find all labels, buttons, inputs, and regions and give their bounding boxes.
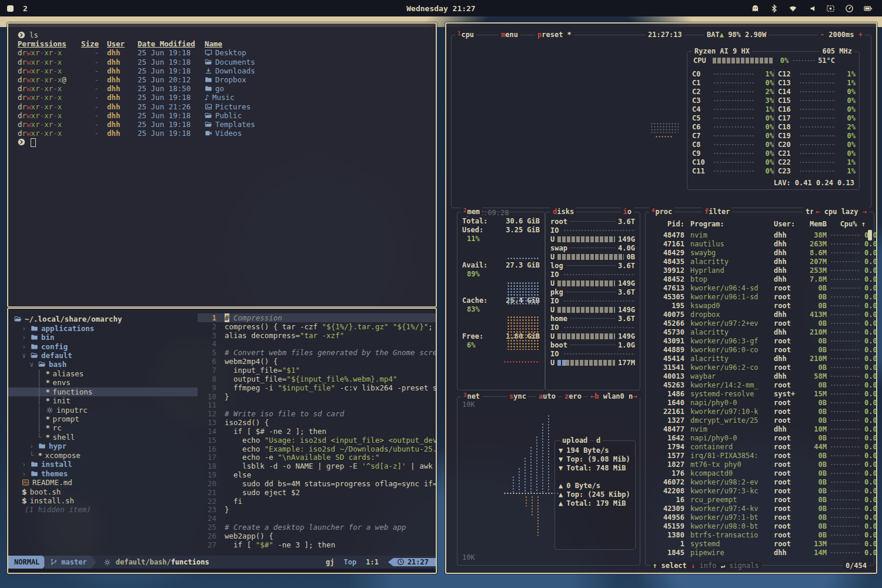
process-row[interactable]: 39912 Hyprland dhh 253M 0.0 — [650, 266, 866, 275]
process-row[interactable]: 40075 dropbox dhh 413M 0.0 — [650, 310, 866, 319]
code-line[interactable]: 19 else — [198, 470, 436, 479]
process-row[interactable]: 1486 systemd-resolve syst+ 15M 0.0 — [650, 389, 866, 398]
proc-scrollbar[interactable] — [868, 230, 872, 240]
disks-panel-title[interactable]: disks — [550, 208, 576, 216]
terminal-window[interactable]: ls Permissions Size User Date Modified N… — [7, 22, 437, 308]
code-line[interactable]: 11 — [198, 400, 436, 409]
code-line[interactable]: 16 echo "Example: iso2sd ~/Downloads/ubu… — [198, 445, 436, 453]
process-row[interactable]: 1577 irq/81-PIXA3854: root 0B 0.0 — [650, 451, 866, 460]
tree-item[interactable]: │ inputrc — [8, 405, 198, 414]
code-line[interactable]: 15 echo "Usage: iso2sd <input_file> <out… — [198, 436, 436, 445]
disks-io-toggle[interactable]: io — [621, 208, 634, 216]
code-line[interactable]: 10 } — [198, 392, 436, 401]
net-panel-title[interactable]: 3net — [461, 392, 482, 400]
net-interface-switcher[interactable]: ←b wlan0 n→ — [588, 392, 640, 400]
process-row[interactable]: 1642 napi/phy0-0 root 0B 0.0 — [650, 433, 866, 442]
tree-item[interactable]: (1 hidden item) — [8, 505, 198, 514]
git-branch-segment[interactable]: master — [44, 556, 96, 569]
process-row[interactable]: 16 rcu_preempt root 0B 0.0 — [650, 495, 866, 504]
proc-panel-title[interactable]: 4proc — [649, 208, 674, 216]
code-line[interactable]: 9 ffmpeg -i "$input_file" -c:v libx264 -… — [198, 383, 436, 392]
code-line[interactable]: 12 # Write iso file to sd card — [198, 409, 436, 418]
process-row[interactable]: 48452 btop dhh 7.8M 0.0 — [650, 275, 866, 283]
process-row[interactable]: 44889 kworker/u96:0-co root 0B 0.0 — [650, 345, 866, 354]
code-line[interactable]: 13 iso2sd() { — [198, 418, 436, 427]
code-line[interactable]: 4 — [198, 340, 436, 349]
process-row[interactable]: 48429 swaybg dhh 8.6M 0.0 — [650, 248, 866, 257]
tray-icon[interactable] — [807, 4, 816, 13]
process-row[interactable]: 48478 nvim dhh 38M 0.0 — [650, 230, 866, 239]
proc-filter-button[interactable]: filter — [702, 208, 732, 216]
tree-item[interactable]: $ install.sh — [8, 496, 198, 505]
tree-item[interactable]: ~/.local/share/omarchy — [8, 315, 198, 323]
tree-item[interactable]: › themes — [8, 469, 198, 477]
process-row[interactable]: 1380 btrfs-transactio root 0B 0.0 — [650, 530, 866, 539]
net-zero-button[interactable]: zero — [562, 392, 584, 400]
code-line[interactable]: 27 if [ "$#" -ne 3 ]; then — [198, 540, 436, 549]
process-row[interactable]: 45159 kworker/u98:0-bt root 0B 0.0 — [650, 522, 866, 530]
workspace-indicator[interactable]: 2 — [0, 4, 28, 13]
code-line[interactable]: 8 output_file="${input_file%.webm}.mp4" — [198, 375, 436, 383]
proc-column-headers[interactable]: Pid: Program: User: MemB Cpu% ↑ — [650, 220, 866, 228]
tree-item[interactable]: └ * shell — [8, 433, 198, 442]
btop-window[interactable]: 1cpu menu preset * 21:27:13 BAT▲ 98% 2.9… — [445, 22, 877, 574]
process-row[interactable]: 45266 kworker/u97:2+ev root 0B 0.0 — [650, 319, 866, 328]
code-line[interactable]: 22 fi — [198, 497, 436, 506]
process-row[interactable]: 45305 kworker/u96:1-sd root 0B 0.0 — [650, 292, 866, 301]
process-row[interactable]: 22161 kworker/u97:10-k root 0B 0.0 — [650, 407, 866, 416]
process-row[interactable]: 1640 napi/phy0-0 root 0B 0.0 — [650, 398, 866, 407]
tree-item[interactable]: › hypr — [8, 442, 198, 450]
process-row[interactable]: 45263 kworker/14:2-mm_ root 0B 0.0 — [650, 380, 866, 389]
tree-item[interactable]: README.md — [8, 478, 198, 487]
prompt-line-empty[interactable] — [18, 138, 436, 146]
tree-item[interactable]: │ * rc — [8, 423, 198, 432]
preset-button[interactable]: preset * — [535, 31, 574, 39]
process-row[interactable]: 1845 pipewire dhh 14M 0.0 — [650, 548, 866, 557]
mem-panel-title[interactable]: 2mem — [461, 208, 482, 216]
tree-item[interactable]: │ * prompt — [8, 415, 198, 423]
menu-button[interactable]: menu — [499, 31, 520, 39]
process-row[interactable]: 1327 dmcrypt_write/25 root 0B 0.0 — [650, 416, 866, 425]
process-row[interactable]: 42208 kworker/u97:3-kc root 0B 0.0 — [650, 486, 866, 495]
code-line[interactable]: 18 lsblk -d -o NAME | grep -E '^sd[a-z]'… — [198, 462, 436, 470]
process-row[interactable]: 31541 kworker/u96:2-co root 0B 0.0 — [650, 363, 866, 372]
tree-item[interactable]: │ * functions — [8, 387, 198, 396]
code-line[interactable]: 26 web2app() { — [198, 532, 436, 540]
tray-icon[interactable] — [826, 4, 835, 13]
tree-item[interactable]: └ * xcompose — [8, 451, 198, 460]
process-row[interactable]: 42309 kworker/u97:4-kv root 0B 0.0 — [650, 504, 866, 513]
tree-item[interactable]: ∨ default — [8, 351, 198, 360]
tree-item[interactable]: │ * init — [8, 396, 198, 405]
tray-icon[interactable] — [770, 4, 779, 13]
process-row[interactable]: 1794 containerd root 44M 0.0 — [650, 442, 866, 451]
tree-item[interactable]: › install — [8, 460, 198, 469]
tree-item[interactable]: › bin — [8, 333, 198, 342]
neovim-window[interactable]: ~/.local/share/omarchy › applications › … — [7, 308, 437, 574]
cpu-panel-title[interactable]: 1cpu — [455, 31, 476, 39]
command-line[interactable] — [8, 569, 436, 573]
tree-item[interactable]: $ boot.sh — [8, 487, 198, 496]
tree-item[interactable]: › config — [8, 342, 198, 350]
process-row[interactable]: 46072 kworker/u98:2-ev root 0B 0.0 — [650, 477, 866, 486]
code-line[interactable]: 21 sudo eject $2 — [198, 488, 436, 497]
tray-icon[interactable] — [789, 4, 797, 13]
code-line[interactable]: 23 } — [198, 506, 436, 514]
proc-sort-selector[interactable]: ← cpu lazy → — [813, 208, 869, 216]
tree-item[interactable]: ∨ bash — [8, 360, 198, 369]
code-line[interactable]: 7 input_file="$1" — [198, 366, 436, 375]
process-row[interactable]: 195 kswapd0 root 0B 0.0 — [650, 301, 866, 310]
code-line[interactable]: 2 compress() { tar -czf "${1%/}.tar.gz" … — [198, 322, 436, 331]
net-box-key[interactable]: d — [594, 436, 603, 445]
process-row[interactable]: 1827 mt76-tx phy0 root 0B 0.0 — [650, 460, 866, 469]
process-row[interactable]: 45414 alacritty dhh 210M 0.0 — [650, 354, 866, 363]
proc-footer-keys[interactable]: ↑ select ↓ info ↵ signals — [650, 562, 761, 570]
process-row[interactable]: 47613 kworker/u96:4-sd root 0B 0.0 — [650, 283, 866, 292]
tray-icon[interactable] — [864, 4, 873, 13]
process-row[interactable]: 40013 waybar dhh 58M 0.0 — [650, 372, 866, 380]
code-line[interactable]: 20 sudo dd bs=4M status=progress oflag=s… — [198, 479, 436, 488]
process-row[interactable]: 47161 nautilus dhh 263M 0.0 — [650, 239, 866, 248]
process-row[interactable]: 43091 kworker/u96:3-gf root 0B 0.0 — [650, 336, 866, 345]
code-line[interactable]: 3 alias decompress="tar -xzf" — [198, 331, 436, 340]
tray-icon[interactable] — [751, 4, 760, 13]
code-line[interactable]: 1 # Compression — [198, 313, 436, 322]
